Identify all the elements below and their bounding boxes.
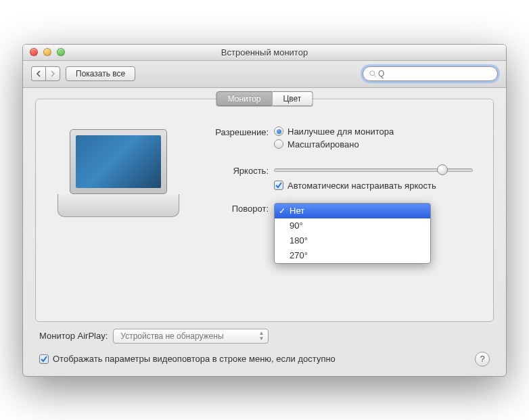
- rotation-menu[interactable]: Нет 90° 180° 270°: [274, 203, 431, 264]
- auto-brightness-text: Автоматически настраивать яркость: [288, 181, 436, 191]
- airplay-popup[interactable]: Устройства не обнаружены ▲▼: [113, 329, 269, 344]
- tab-color[interactable]: Цвет: [272, 91, 313, 106]
- checkbox-icon: [274, 181, 283, 190]
- forward-button[interactable]: [45, 66, 60, 81]
- titlebar: Встроенный монитор: [23, 45, 506, 61]
- rotation-option-90[interactable]: 90°: [275, 218, 430, 233]
- airplay-label: Монитор AirPlay:: [39, 331, 108, 341]
- show-all-button[interactable]: Показать все: [66, 66, 135, 81]
- search-icon: [369, 70, 377, 78]
- mirror-checkbox[interactable]: Отображать параметры видеоповтора в стро…: [39, 354, 336, 364]
- resolution-scaled-radio[interactable]: Масштабировано: [274, 139, 478, 149]
- resolution-best-radio[interactable]: Наилучшее для монитора: [274, 126, 478, 137]
- toolbar: Показать все: [23, 61, 506, 88]
- svg-line-1: [374, 75, 376, 77]
- mirror-text: Отображать параметры видеоповтора в стро…: [53, 354, 336, 364]
- checkbox-icon: [39, 354, 49, 364]
- minimize-button[interactable]: [43, 48, 51, 56]
- rotation-option-270[interactable]: 270°: [275, 248, 430, 263]
- display-preview: [51, 129, 186, 234]
- rotation-option-180[interactable]: 180°: [275, 233, 430, 248]
- popup-arrows-icon: ▲▼: [258, 331, 264, 342]
- rotation-option-none[interactable]: Нет: [275, 204, 430, 218]
- slider-thumb[interactable]: [437, 164, 448, 175]
- zoom-button[interactable]: [57, 48, 65, 56]
- search-field[interactable]: [363, 66, 498, 81]
- settings-group: Монитор Цвет Разрешение:: [35, 99, 494, 322]
- svg-point-0: [370, 71, 375, 76]
- tab-bar: Монитор Цвет: [216, 91, 313, 106]
- rotation-label: Поворот:: [206, 203, 274, 214]
- help-button[interactable]: ?: [475, 352, 490, 367]
- chevron-right-icon: [50, 70, 55, 77]
- close-button[interactable]: [30, 48, 38, 56]
- resolution-scaled-text: Масштабировано: [288, 139, 359, 149]
- radio-dot-icon: [274, 139, 283, 149]
- brightness-slider[interactable]: [274, 164, 473, 177]
- airplay-value: Устройства не обнаружены: [120, 331, 223, 341]
- brightness-label: Яркость:: [206, 165, 274, 176]
- prefs-window: Встроенный монитор Показать все Монитор …: [22, 44, 507, 377]
- back-button[interactable]: [31, 66, 45, 81]
- resolution-label: Разрешение:: [206, 126, 274, 137]
- resolution-best-text: Наилучшее для монитора: [288, 126, 394, 137]
- auto-brightness-checkbox[interactable]: Автоматически настраивать яркость: [274, 181, 478, 191]
- search-input[interactable]: [377, 68, 492, 79]
- chevron-left-icon: [36, 70, 41, 77]
- tab-monitor[interactable]: Монитор: [216, 91, 273, 106]
- radio-dot-icon: [274, 126, 283, 136]
- window-title: Встроенный монитор: [23, 47, 506, 57]
